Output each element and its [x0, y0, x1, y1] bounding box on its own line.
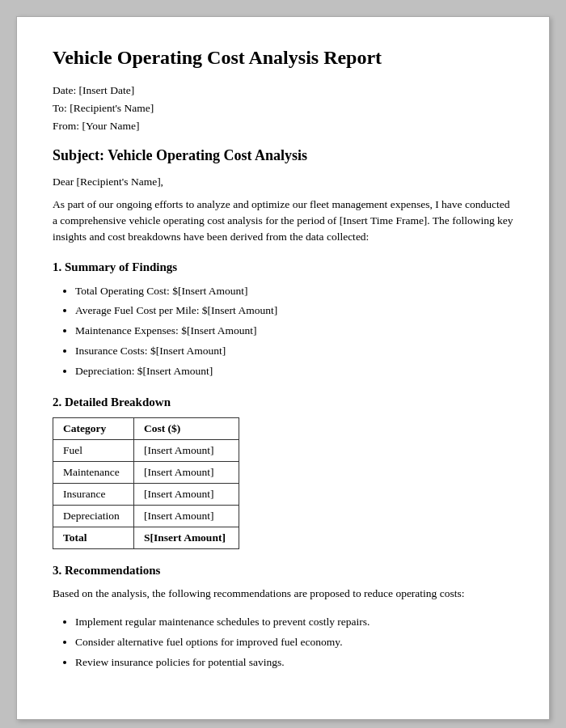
list-item: Consider alternative fuel options for im…: [75, 633, 513, 652]
recommendations-bullets: Implement regular maintenance schedules …: [75, 613, 513, 672]
list-item: Maintenance Expenses: $[Insert Amount]: [75, 322, 513, 341]
table-total-value: S[Insert Amount]: [134, 527, 239, 549]
summary-bullets: Total Operating Cost: $[Insert Amount] A…: [75, 282, 513, 382]
list-item: Depreciation: $[Insert Amount]: [75, 362, 513, 381]
table-cell-category: Depreciation: [53, 506, 134, 527]
table-header-cost: Cost ($): [134, 418, 239, 440]
recommendations-heading: 3. Recommendations: [53, 564, 513, 578]
report-page: Vehicle Operating Cost Analysis Report D…: [16, 16, 550, 720]
list-item: Total Operating Cost: $[Insert Amount]: [75, 282, 513, 301]
table-total-label: Total: [53, 527, 134, 549]
table-cell-cost: [Insert Amount]: [134, 462, 239, 484]
recommendations-intro: Based on the analysis, the following rec…: [53, 586, 513, 602]
to-line: To: [Recipient's Name]: [53, 102, 513, 115]
table-cell-category: Insurance: [53, 484, 134, 506]
table-total-row: Total S[Insert Amount]: [53, 527, 239, 549]
list-item: Insurance Costs: $[Insert Amount]: [75, 342, 513, 361]
table-cell-cost: [Insert Amount]: [134, 506, 239, 527]
date-line: Date: [Insert Date]: [53, 84, 513, 97]
cost-table: Category Cost ($) Fuel [Insert Amount] M…: [53, 417, 239, 549]
list-item: Review insurance policies for potential …: [75, 654, 513, 672]
report-title: Vehicle Operating Cost Analysis Report: [53, 46, 513, 70]
subject-heading: Subject: Vehicle Operating Cost Analysis: [53, 147, 513, 164]
table-row: Insurance [Insert Amount]: [53, 484, 239, 506]
breakdown-heading: 2. Detailed Breakdown: [53, 396, 513, 409]
table-cell-cost: [Insert Amount]: [134, 484, 239, 506]
table-row: Maintenance [Insert Amount]: [53, 462, 239, 484]
table-cell-category: Fuel: [53, 440, 134, 462]
list-item: Average Fuel Cost per Mile: $[Insert Amo…: [75, 302, 513, 320]
table-row: Fuel [Insert Amount]: [53, 440, 239, 462]
summary-heading: 1. Summary of Findings: [53, 260, 513, 274]
list-item: Implement regular maintenance schedules …: [75, 613, 513, 632]
from-line: From: [Your Name]: [53, 120, 513, 133]
table-cell-category: Maintenance: [53, 462, 134, 484]
intro-paragraph: As part of our ongoing efforts to analyz…: [53, 197, 513, 246]
table-row: Depreciation [Insert Amount]: [53, 506, 239, 527]
table-header-category: Category: [53, 418, 134, 440]
salutation: Dear [Recipient's Name],: [53, 176, 513, 188]
table-cell-cost: [Insert Amount]: [134, 440, 239, 462]
